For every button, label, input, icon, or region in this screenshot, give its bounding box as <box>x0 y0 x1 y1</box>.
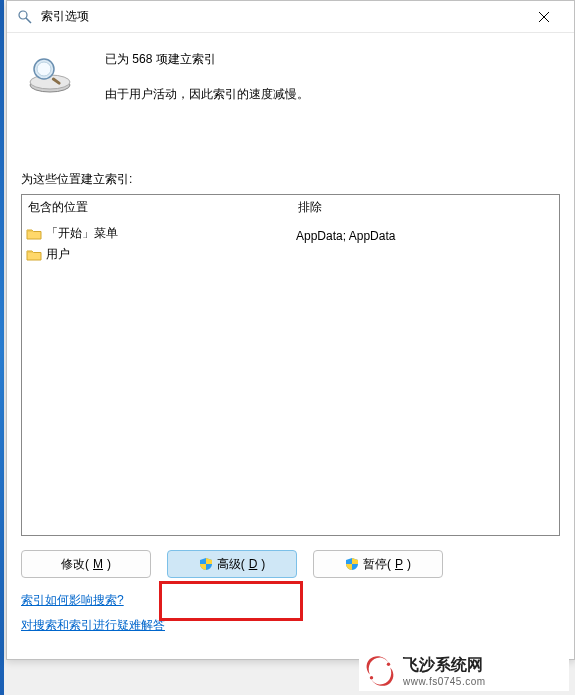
svg-line-1 <box>26 18 31 23</box>
watermark-url: www.fs0745.com <box>403 676 486 687</box>
list-item[interactable]: 用户 <box>26 244 287 265</box>
row-name: 「开始」菜单 <box>46 225 118 242</box>
button-accel: M <box>93 557 103 571</box>
info-row: 已为 568 项建立索引 由于用户活动，因此索引的速度减慢。 <box>21 47 560 103</box>
table-body: 「开始」菜单 用户 AppData; AppD <box>22 221 559 535</box>
button-suffix: ) <box>407 557 411 571</box>
svg-point-10 <box>387 663 390 666</box>
shield-icon <box>345 557 359 571</box>
watermark-logo-icon <box>363 654 397 688</box>
button-accel: P <box>395 557 403 571</box>
dialog-title: 索引选项 <box>41 8 522 25</box>
watermark: 飞沙系统网 www.fs0745.com <box>359 651 569 691</box>
locations-table: 包含的位置 排除 「开始」菜单 <box>21 194 560 536</box>
list-item: AppData; AppData <box>296 227 555 245</box>
titlebar: 索引选项 <box>7 1 574 33</box>
index-count-text: 已为 568 项建立索引 <box>105 51 560 68</box>
button-suffix: ) <box>107 557 111 571</box>
watermark-name: 飞沙系统网 <box>403 655 486 676</box>
col-header-included[interactable]: 包含的位置 <box>22 195 292 220</box>
button-label: 高级( <box>217 556 245 573</box>
list-item[interactable]: 「开始」菜单 <box>26 223 287 244</box>
shield-icon <box>199 557 213 571</box>
desktop-edge <box>0 0 4 695</box>
link-how-affects-search[interactable]: 索引如何影响搜索? <box>21 592 560 609</box>
pause-button[interactable]: 暂停(P) <box>313 550 443 578</box>
button-accel: D <box>249 557 258 571</box>
folder-icon <box>26 227 42 241</box>
exclude-pane[interactable]: AppData; AppData <box>292 221 559 535</box>
row-exclude: AppData; AppData <box>296 229 395 243</box>
button-label: 修改( <box>61 556 89 573</box>
locations-label: 为这些位置建立索引: <box>21 171 560 188</box>
magnifier-drive-icon <box>21 47 79 95</box>
info-text: 已为 568 项建立索引 由于用户活动，因此索引的速度减慢。 <box>79 47 560 103</box>
help-links: 索引如何影响搜索? 对搜索和索引进行疑难解答 <box>21 592 560 642</box>
dialog-content: 已为 568 项建立索引 由于用户活动，因此索引的速度减慢。 为这些位置建立索引… <box>7 33 574 659</box>
table-header: 包含的位置 排除 <box>22 195 559 221</box>
advanced-button[interactable]: 高级(D) <box>167 550 297 578</box>
link-troubleshoot[interactable]: 对搜索和索引进行疑难解答 <box>21 617 560 634</box>
col-header-exclude[interactable]: 排除 <box>292 195 559 220</box>
included-pane[interactable]: 「开始」菜单 用户 <box>22 221 292 535</box>
button-suffix: ) <box>261 557 265 571</box>
app-icon <box>15 7 35 27</box>
button-label: 暂停( <box>363 556 391 573</box>
indexing-options-dialog: 索引选项 已为 568 项建立索引 由于用户活动，因此索引的速度减慢。 <box>6 0 575 660</box>
modify-button[interactable]: 修改(M) <box>21 550 151 578</box>
watermark-text: 飞沙系统网 www.fs0745.com <box>403 655 486 687</box>
row-name: 用户 <box>46 246 70 263</box>
folder-icon <box>26 248 42 262</box>
index-status-text: 由于用户活动，因此索引的速度减慢。 <box>105 86 560 103</box>
svg-point-0 <box>19 11 27 19</box>
button-row: 修改(M) 高级(D) 暂停(P) <box>21 550 560 578</box>
svg-point-9 <box>370 676 373 679</box>
svg-point-7 <box>37 62 51 76</box>
close-button[interactable] <box>522 3 566 31</box>
